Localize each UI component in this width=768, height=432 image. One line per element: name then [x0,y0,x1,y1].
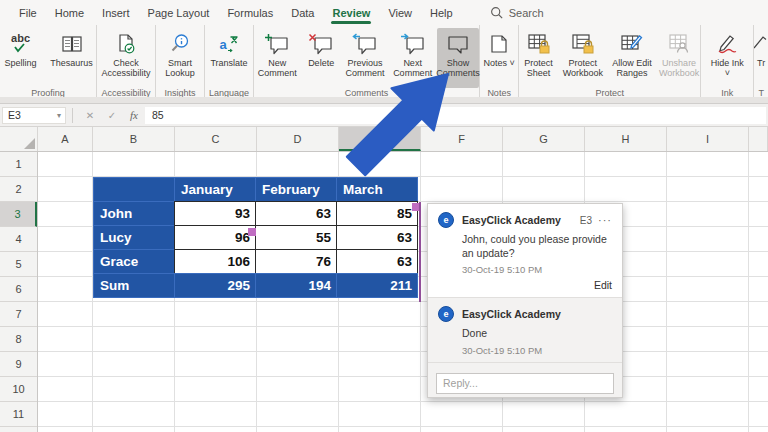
column-header-i[interactable]: I [667,127,749,151]
column-header-clipped[interactable] [749,127,768,151]
name-box-caret-icon[interactable]: ▾ [57,111,61,120]
tab-review[interactable]: Review [323,0,379,25]
cell-d3[interactable]: 63 [255,201,337,226]
cell-d6[interactable]: 194 [255,273,337,298]
spelling-button[interactable]: abc Spelling [0,28,41,88]
reply-input[interactable] [436,373,614,394]
insert-function-icon[interactable]: fx [123,109,145,121]
cancel-icon[interactable]: ✕ [79,110,101,121]
search-box[interactable]: Search [490,6,544,19]
group-accessibility: Check Accessibility Accessibility [97,25,156,97]
tab-home[interactable]: Home [46,0,93,25]
gridline-v [666,152,667,432]
gridline-v [748,152,749,432]
row-header-10[interactable]: 10 [0,377,37,402]
row-header-3[interactable]: 3 [0,202,37,227]
cell-e5[interactable]: 63 [336,249,418,274]
hide-ink-button[interactable]: Hide Ink ˅ [707,28,747,88]
table-corner-cell[interactable] [93,177,175,202]
cell-c6[interactable]: 295 [174,273,256,298]
protect-workbook-button[interactable]: Protect Workbook [560,28,606,88]
group-language: a Translate Language [205,25,254,97]
row-header-8[interactable]: 8 [0,327,37,352]
protect-workbook-icon [571,30,595,58]
spelling-icon: abc [11,30,30,58]
enter-icon[interactable]: ✓ [101,110,123,121]
table-row: Lucy 96 55 63 [93,226,422,250]
reply-section [428,363,622,404]
cell-e4[interactable]: 63 [336,225,418,250]
cell-d4[interactable]: 55 [255,225,337,250]
comment-author: EasyClick Academy [462,214,580,226]
row-label[interactable]: John [93,201,175,226]
row-label[interactable]: Lucy [93,225,175,250]
name-box-value: E3 [8,109,21,121]
tab-data[interactable]: Data [282,0,323,25]
translate-button[interactable]: a Translate [206,28,252,88]
thesaurus-button[interactable]: Thesaurus [47,28,96,88]
row-header-7[interactable]: 7 [0,302,37,327]
tab-view[interactable]: View [379,0,421,25]
column-header-d[interactable]: D [257,127,339,151]
column-header-b[interactable]: B [93,127,175,151]
select-all-corner[interactable] [0,127,38,151]
cell-c4[interactable]: 96 [174,225,256,250]
translate-icon: a [218,30,240,58]
column-header-g[interactable]: G [503,127,585,151]
tab-file[interactable]: File [10,0,46,25]
row-header-2[interactable]: 2 [0,177,37,202]
row-label[interactable]: Sum [93,273,175,298]
column-header-h[interactable]: H [585,127,667,151]
allow-edit-ranges-icon [620,30,644,58]
row-header-12[interactable]: 12 [0,427,37,432]
row-label[interactable]: Grace [93,249,175,274]
name-box[interactable]: E3 ▾ [2,107,66,124]
sheet-grid[interactable]: 1 2 3 4 5 6 7 8 9 10 11 12 January Febru… [0,152,768,432]
cell-c3[interactable]: 93 [174,201,256,226]
tab-page-layout[interactable]: Page Layout [139,0,219,25]
column-header-c[interactable]: C [175,127,257,151]
notes-icon [489,30,509,58]
cell-c5[interactable]: 106 [174,249,256,274]
comment-thread-1[interactable]: e EasyClick Academy E3 ··· John, could y… [428,204,622,298]
smart-lookup-button[interactable]: Smart Lookup [157,28,203,88]
cell-e6[interactable]: 211 [336,273,418,298]
comment-date: 30-Oct-19 5:10 PM [462,345,612,356]
row-header-11[interactable]: 11 [0,402,37,427]
protect-sheet-icon [527,30,551,58]
row-header-1[interactable]: 1 [0,152,37,177]
allow-edit-ranges-button[interactable]: Allow Edit Ranges [608,28,656,88]
cell-d5[interactable]: 76 [255,249,337,274]
ribbon-tab-bar: File Home Insert Page Layout Formulas Da… [0,0,768,25]
row-header-9[interactable]: 9 [0,352,37,377]
comment-thread-2[interactable]: e EasyClick Academy Done 30-Oct-19 5:10 … [428,298,622,363]
column-header-a[interactable]: A [38,127,93,151]
row-header-5[interactable]: 5 [0,252,37,277]
comment-text: Done [462,327,612,341]
check-accessibility-button[interactable]: Check Accessibility [98,28,154,88]
tab-insert[interactable]: Insert [93,0,139,25]
header-january[interactable]: January [174,177,256,202]
data-table: January February March John 93 63 85 Luc… [93,177,422,298]
tab-formulas[interactable]: Formulas [218,0,282,25]
thesaurus-icon [60,30,84,58]
more-options-icon[interactable]: ··· [598,214,612,226]
accessibility-check-icon [115,30,137,58]
header-february[interactable]: February [255,177,337,202]
group-ink: Hide Ink ˅ Ink [701,25,754,97]
new-comment-button[interactable]: New Comment [254,28,301,88]
protect-sheet-button[interactable]: Protect Sheet [519,28,557,88]
group-insights: Smart Lookup Insights [156,25,205,97]
group-clipped: Tr T [754,25,768,97]
clipped-button[interactable]: Tr [754,28,768,88]
row-header-4[interactable]: 4 [0,227,37,252]
notes-button[interactable]: Notes ˅ [480,28,518,88]
table-row: Grace 106 76 63 [93,250,422,274]
cell-e3-selected[interactable]: 85 [336,201,418,226]
tab-help[interactable]: Help [421,0,462,25]
formula-value: 85 [152,109,164,121]
formula-bar-divider [72,108,73,123]
row-header-6[interactable]: 6 [0,277,37,302]
table-row: John 93 63 85 [93,202,422,226]
edit-link[interactable]: Edit [438,279,612,291]
